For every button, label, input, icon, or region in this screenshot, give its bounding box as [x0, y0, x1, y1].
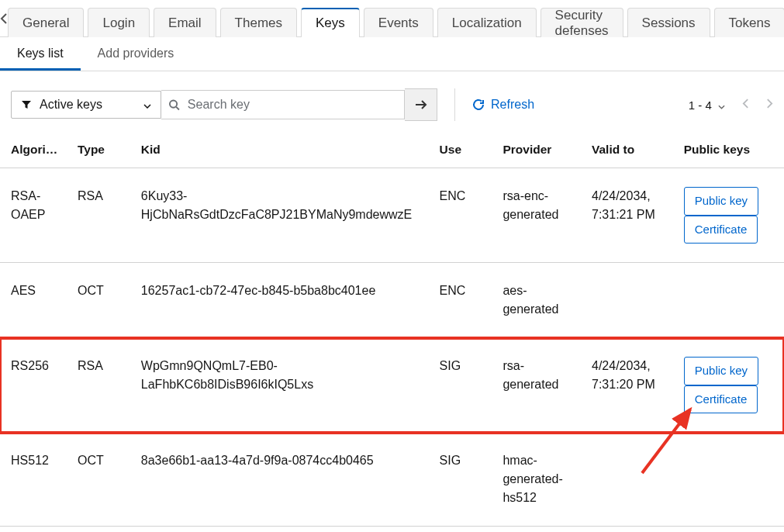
cell-use: SIG: [429, 338, 492, 433]
tab-keys[interactable]: Keys: [301, 8, 360, 37]
table-row: AESOCT16257ac1-cb72-47ec-b845-b5ba8bc401…: [0, 263, 784, 338]
cell-actions: [673, 433, 784, 527]
cell-type: RSA: [67, 168, 130, 263]
divider: [454, 88, 455, 121]
refresh-icon: [472, 98, 485, 111]
cell-actions: Public keyCertificate: [673, 338, 784, 433]
subtab-keys-list[interactable]: Keys list: [0, 37, 81, 71]
cell-validto: 4/24/2034, 7:31:20 PM: [581, 338, 673, 433]
cell-algorithm: RS256: [0, 338, 67, 433]
certificate-button[interactable]: Certificate: [684, 216, 758, 244]
cell-validto: [581, 263, 673, 338]
public-key-button[interactable]: Public key: [684, 357, 758, 385]
col-algorithm[interactable]: Algori…: [0, 132, 67, 168]
page-range[interactable]: 1 - 4: [689, 98, 725, 112]
cell-use: SIG: [429, 433, 492, 527]
cell-actions: Public keyCertificate: [673, 168, 784, 263]
refresh-button[interactable]: Refresh: [472, 98, 534, 112]
page-prev[interactable]: [742, 98, 749, 112]
tab-login[interactable]: Login: [88, 8, 150, 37]
cell-kid: WpGmn9QNQmL7-EB0-LaFhbKC6b8IDisB96I6kIQ5…: [130, 338, 429, 433]
cell-provider: rsa-generated: [492, 338, 581, 433]
cell-use: ENC: [429, 263, 492, 338]
filter-label: Active keys: [40, 98, 102, 112]
cell-actions: [673, 263, 784, 338]
cell-use: ENC: [429, 168, 492, 263]
col-validto[interactable]: Valid to: [581, 132, 673, 168]
table-row: RSA-OAEPRSA6Kuy33-HjCbNaRsGdtDzcFaC8PJ21…: [0, 168, 784, 263]
col-kid[interactable]: Kid: [130, 132, 429, 168]
cell-algorithm: RSA-OAEP: [0, 168, 67, 263]
refresh-label: Refresh: [491, 98, 534, 112]
tabs-scroll-left[interactable]: [0, 0, 8, 36]
page-range-label: 1 - 4: [689, 98, 712, 112]
cell-type: OCT: [67, 263, 130, 338]
page-next[interactable]: [766, 98, 773, 112]
tab-security-defenses[interactable]: Security defenses: [541, 8, 623, 37]
pager: 1 - 4: [689, 98, 773, 112]
cell-validto: [581, 433, 673, 527]
chevron-left-icon: [742, 98, 749, 109]
chevron-right-icon: [766, 98, 773, 109]
col-type[interactable]: Type: [67, 132, 130, 168]
tab-tokens[interactable]: Tokens: [714, 8, 784, 37]
svg-line-1: [176, 106, 179, 109]
cell-kid: 6Kuy33-HjCbNaRsGdtDzcFaC8PJ21BYMaNy9mdew…: [130, 168, 429, 263]
cell-algorithm: HS512: [0, 433, 67, 527]
keys-table: Algori… Type Kid Use Provider Valid to P…: [0, 132, 784, 527]
search-go-button[interactable]: [405, 88, 437, 121]
col-use[interactable]: Use: [429, 132, 492, 168]
certificate-button[interactable]: Certificate: [684, 385, 758, 414]
tab-themes[interactable]: Themes: [220, 8, 297, 37]
cell-validto: 4/24/2034, 7:31:21 PM: [581, 168, 673, 263]
tab-events[interactable]: Events: [364, 8, 433, 37]
cell-kid: 16257ac1-cb72-47ec-b845-b5ba8bc401ee: [130, 263, 429, 338]
tab-sessions[interactable]: Sessions: [627, 8, 710, 37]
caret-down-icon: [143, 98, 151, 112]
sub-tabs: Keys listAdd providers: [0, 37, 784, 71]
filter-icon: [21, 99, 32, 110]
col-provider[interactable]: Provider: [492, 132, 581, 168]
cell-provider: aes-generated: [492, 263, 581, 338]
arrow-right-icon: [415, 99, 427, 110]
cell-kid: 8a3e66b1-aa13-4a7d-9f9a-0874cc4b0465: [130, 433, 429, 527]
col-publickeys[interactable]: Public keys: [673, 132, 784, 168]
caret-down-icon: [718, 105, 725, 109]
cell-provider: hmac-generated-hs512: [492, 433, 581, 527]
table-row: HS512OCT8a3e66b1-aa13-4a7d-9f9a-0874cc4b…: [0, 433, 784, 527]
search-icon: [169, 99, 180, 111]
cell-provider: rsa-enc-generated: [492, 168, 581, 263]
tab-email[interactable]: Email: [154, 8, 216, 37]
chevron-left-icon: [0, 13, 8, 24]
tab-localization[interactable]: Localization: [437, 8, 537, 37]
search-field-wrap: [161, 90, 405, 119]
cell-algorithm: AES: [0, 263, 67, 338]
search-input[interactable]: [186, 97, 396, 112]
toolbar: Active keys Refresh 1 - 4: [0, 71, 784, 132]
table-row: RS256RSAWpGmn9QNQmL7-EB0-LaFhbKC6b8IDisB…: [0, 338, 784, 433]
tab-general[interactable]: General: [8, 8, 84, 37]
cell-type: OCT: [67, 433, 130, 527]
filter-dropdown[interactable]: Active keys: [11, 91, 161, 119]
cell-type: RSA: [67, 338, 130, 433]
main-tabs: GeneralLoginEmailThemesKeysEventsLocaliz…: [0, 0, 784, 37]
subtab-add-providers[interactable]: Add providers: [81, 37, 192, 71]
svg-point-0: [170, 100, 177, 107]
public-key-button[interactable]: Public key: [684, 187, 758, 216]
